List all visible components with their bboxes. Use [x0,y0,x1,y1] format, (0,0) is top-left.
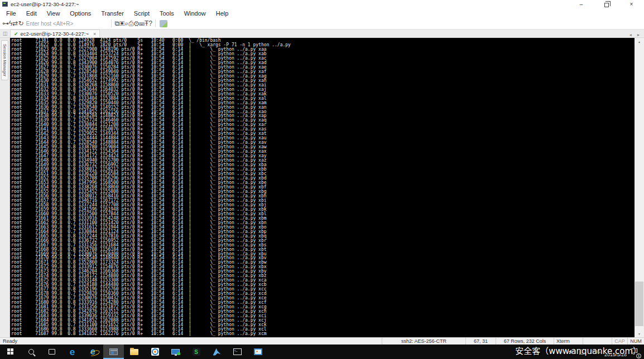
menu-view[interactable]: View [42,10,65,17]
left-dock: Session Manager [0,38,10,337]
xmanager-icon-slot[interactable] [206,345,227,359]
taskbar: eeS›_ ENG 2019/5/28 1 [0,345,644,359]
computer-icon [171,349,180,355]
tab-scroll-arrows[interactable]: ◂ ▸ [629,32,644,37]
connected-check-icon: ✔ [14,31,18,37]
status-caps-indicator: CAP [612,338,627,345]
computer-icon-slot[interactable] [165,345,186,359]
menu-options[interactable]: Options [65,10,96,17]
tab-session[interactable]: ✔ ec2-user@ip-172-30-4-227:~ × [10,30,100,37]
task-view-button [49,349,55,355]
compose-keyboard-icon[interactable]: ⌨ [139,20,145,27]
help-icon[interactable]: ? [148,20,152,27]
photos-icon-slot[interactable] [248,345,268,359]
title-bar: ec2-user@ip-172-30-4-227:~ – × [0,0,644,8]
xshell-icon [109,348,118,355]
tab-close-icon[interactable]: × [93,31,96,37]
ie-icon: e [90,347,95,356]
search-button [28,349,34,355]
scrollbar[interactable]: ▲ ▼ [635,38,644,337]
properties-gear-icon[interactable]: ⚙ [134,20,140,27]
status-cursor-position: 67, 31 [465,338,496,345]
window-title: ec2-user@ip-172-30-4-227:~ [11,1,79,7]
status-encryption: ssh2: AES-256-CTR [382,338,465,345]
session-manager-tab[interactable]: Session Manager [1,40,8,80]
desktop: ec2-user@ip-172-30-4-227:~ – × FileEditV… [0,0,644,359]
start-button-slot[interactable] [0,345,21,359]
toolbar: ⊶ϟ⇄↻ ⧉▣⌕⎙⚙⌨Ŧ? [0,18,644,30]
scrollbar-thumb[interactable] [635,282,643,326]
status-num-indicator: NUM [627,338,644,345]
cmd-icon-slot[interactable]: ›_ [227,345,248,359]
ie-icon-slot[interactable]: e [83,345,103,359]
paste-icon[interactable]: ▣ [119,20,124,27]
status-ready: Ready [0,338,382,344]
terminal-output[interactable]: root 71381 0.0 0.0 124928 4124 pts/0 Ss … [10,38,635,337]
blue-app-icon-slot[interactable] [145,345,165,359]
xshell-app-icon [2,2,8,7]
edge-icon: e [70,347,75,357]
xmanager-icon [213,348,221,356]
copy-icon[interactable]: ⧉ [114,20,119,27]
menu-edit[interactable]: Edit [21,10,42,17]
restore-icon [604,3,609,7]
file-explorer-icon-slot[interactable] [124,345,145,359]
toolbar-separator [155,20,156,27]
blue-app-icon [151,348,159,356]
menu-window[interactable]: Window [179,10,211,17]
restore-button[interactable] [594,0,619,8]
panel-toggle-icon[interactable]: ◫ [0,30,10,37]
reconnect-all-icon[interactable]: ↻ [18,20,23,27]
color-scheme-icon[interactable] [160,20,167,27]
notification-badge: 1 [636,353,641,358]
task-view-button-slot[interactable] [41,345,62,359]
volume-muted-icon[interactable] [568,349,575,355]
print-icon[interactable]: ⎙ [128,20,134,27]
new-session-icon[interactable]: ⊶ [2,20,9,27]
toolbar-separator [111,20,112,27]
close-button[interactable]: × [619,0,644,8]
action-center-icon[interactable]: 1 [631,347,641,357]
scrollbar-track[interactable] [635,45,644,330]
file-explorer-icon [130,349,138,355]
menu-help[interactable]: Help [211,10,234,17]
s-app-icon: S [193,348,200,356]
wifi-icon[interactable] [558,349,564,355]
host-address-input[interactable] [25,20,108,27]
clock-date[interactable]: 2019/5/28 [604,347,627,357]
touch-keyboard-icon[interactable] [579,350,587,355]
cmd-icon: ›_ [233,348,242,355]
menu-transfer[interactable]: Transfer [96,10,129,17]
start-button [7,348,14,355]
status-bar: Ready ssh2: AES-256-CTR67, 3167 Rows, 23… [0,337,644,345]
menu-tools[interactable]: Tools [155,10,179,17]
duplicate-session-icon[interactable]: ⇄ [12,20,18,27]
language-indicator[interactable]: ENG [590,349,600,355]
tab-label: ec2-user@ip-172-30-4-227:~ [21,31,89,37]
scroll-up-icon[interactable]: ▲ [635,38,644,45]
menu-file[interactable]: File [1,10,21,17]
status-terminal-type: Xterm [554,338,583,345]
menu-script[interactable]: Script [129,10,155,17]
s-app-icon-slot[interactable]: S [186,345,206,359]
edge-icon-slot[interactable]: e [62,345,83,359]
find-icon[interactable]: ⌕ [124,20,128,27]
menu-bar: FileEditViewOptionsTransferScriptToolsWi… [0,8,644,18]
status-spacer [583,338,612,345]
search-button-slot[interactable] [21,345,41,359]
scroll-down-icon[interactable]: ▼ [635,330,644,337]
xshell-icon-slot[interactable] [103,345,124,359]
minimize-button[interactable]: – [569,0,594,8]
photos-icon [254,348,262,355]
tab-bar: ◫ ✔ ec2-user@ip-172-30-4-227:~ × ◂ ▸ [0,30,644,38]
status-terminal-size: 67 Rows, 232 Cols [496,338,554,345]
system-tray: ENG 2019/5/28 1 [558,345,644,359]
